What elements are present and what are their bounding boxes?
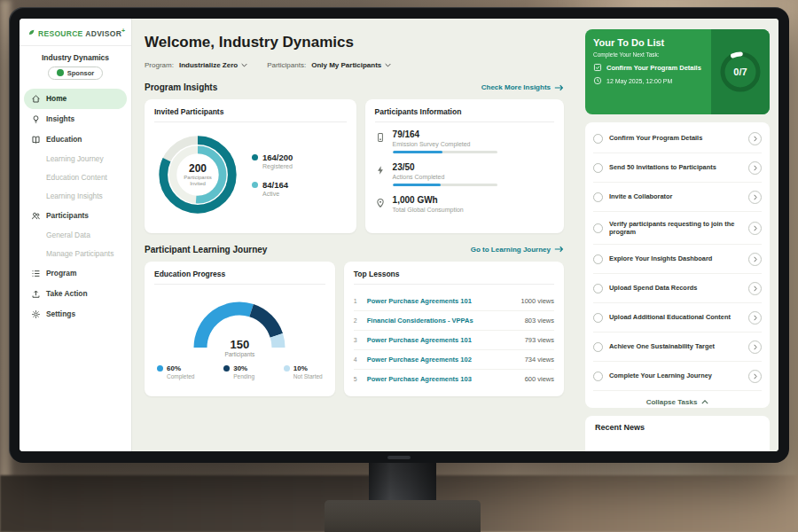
todo-due-date: 12 May 2025, 12:00 PM [593,76,703,85]
task-checkbox[interactable] [593,134,603,144]
task-checkbox[interactable] [593,284,603,293]
legend-value: 84/164 [262,180,288,190]
task-row-confirm-your-program-details[interactable]: Confirm Your Program Details [593,124,762,153]
task-row-send-50-invitations-to-participants[interactable]: Send 50 Invitations to Participants [593,153,762,183]
todo-progress-ring: 0/7 [718,50,763,94]
task-checkbox[interactable] [593,372,603,381]
monitor-frame: RESOURCE ADVISOR+ Industry Dynamics Spon… [9,7,789,463]
task-label: Invite a Collaborator [609,192,742,201]
top-lessons-card: Top Lessons 1 Power Purchase Agreements … [344,262,564,396]
screen: RESOURCE ADVISOR+ Industry Dynamics Spon… [20,19,778,451]
lesson-views: 1000 views [520,297,554,305]
task-chevron-button[interactable] [748,340,762,354]
filter-bar: Program: Industrialize Zero Participants… [145,61,564,69]
sidebar-item-label: Learning Insights [46,192,103,200]
sidebar-item-label: Manage Participants [46,249,113,258]
program-filter-label: Program: [145,61,174,69]
lesson-row[interactable]: 5 Power Purchase Agreements 103 600 view… [354,370,554,388]
donut-center-label: Participants Invited [179,175,216,188]
lesson-row[interactable]: 3 Power Purchase Agreements 101 793 view… [354,331,554,350]
lesson-row[interactable]: 4 Power Purchase Agreements 102 734 view… [354,350,554,370]
task-row-complete-your-learning-journey[interactable]: Complete Your Learning Journey [593,362,762,391]
page-title: Welcome, Industry Dynamics [145,34,564,51]
lesson-title-link[interactable]: Power Purchase Agreements 102 [367,356,519,364]
task-chevron-button[interactable] [748,282,762,295]
task-checkbox[interactable] [593,163,603,173]
task-row-invite-a-collaborator[interactable]: Invite a Collaborator [593,183,762,212]
donut-legend-item: 84/164 Active [252,180,293,197]
donut-legend: 164/200 Registered84/164 Active [252,153,293,197]
take-action-icon [31,289,41,299]
task-checkbox[interactable] [593,342,603,352]
sidebar: RESOURCE ADVISOR+ Industry Dynamics Spon… [20,19,132,451]
home-icon [31,94,41,104]
sidebar-item-settings[interactable]: Settings [24,304,127,325]
todo-next-task[interactable]: Confirm Your Program Details [593,63,703,72]
participants-info-title: Participants Information [375,107,554,122]
task-chevron-button[interactable] [748,311,762,325]
task-chevron-button[interactable] [748,132,762,145]
collapse-tasks-button[interactable]: Collapse Tasks [593,391,762,408]
stat-label: Total Global Consumption [393,207,464,213]
education-gauge-chart: 150 Participants [183,292,296,357]
recent-news-card[interactable]: Recent News [585,416,770,451]
sidebar-item-manage-participants[interactable]: Manage Participants [24,245,127,263]
sidebar-item-label: Home [46,94,66,103]
sidebar-item-label: General Data [46,231,90,239]
lesson-row[interactable]: 2 Financial Considerations - VPPAs 803 v… [354,311,554,331]
sidebar-item-insights[interactable]: Insights [24,109,127,129]
go-to-learning-journey-link[interactable]: Go to Learning Journey [471,246,564,254]
sidebar-item-learning-insights[interactable]: Learning Insights [24,187,127,206]
program-select[interactable]: Industrialize Zero [179,61,247,69]
task-label: Achieve One Sustainability Target [609,342,742,351]
task-checkbox[interactable] [593,254,603,264]
task-row-upload-spend-data-records[interactable]: Upload Spend Data Records [593,274,762,303]
task-checkbox[interactable] [593,192,603,202]
task-checkbox[interactable] [593,223,603,233]
sidebar-item-program[interactable]: Program [24,263,127,284]
check-more-insights-link[interactable]: Check More Insights [481,83,564,91]
sidebar-item-home[interactable]: Home [24,89,127,109]
task-row-verify-participants-requesting-to-join-t[interactable]: Verify participants requesting to join t… [593,212,762,245]
invited-donut-chart: 200 Participants Invited [154,131,241,218]
sidebar-item-take-action[interactable]: Take Action [24,284,127,304]
task-chevron-button[interactable] [748,370,762,383]
legend-label: Completed [167,373,194,379]
lesson-title-link[interactable]: Financial Considerations - VPPAs [367,317,519,325]
lesson-title-link[interactable]: Power Purchase Agreements 101 [367,336,519,344]
legend-dot-icon [252,154,258,160]
task-row-achieve-one-sustainability-target[interactable]: Achieve One Sustainability Target [593,332,762,362]
invited-participants-card: Invited Participants [145,99,356,233]
task-chevron-button[interactable] [748,161,762,175]
donut-center-value: 200 [189,162,207,175]
gauge-legend-item: 10% Not Started [284,364,323,379]
task-row-upload-additional-educational-content[interactable]: Upload Additional Educational Content [593,303,762,332]
lesson-rank: 1 [354,298,361,304]
legend-dot-icon [223,365,230,372]
task-chevron-button[interactable] [748,222,762,235]
sponsor-badge[interactable]: Sponsor [48,66,103,80]
stat-value: 79/164 [393,129,497,139]
lesson-title-link[interactable]: Power Purchase Agreements 101 [367,297,515,305]
sidebar-item-learning-journey[interactable]: Learning Journey [24,150,127,168]
invited-card-title: Invited Participants [154,107,347,122]
sidebar-item-label: Insights [46,114,74,123]
task-row-explore-your-insights-dashboard[interactable]: Explore Your Insights Dashboard [593,245,762,274]
task-checkbox[interactable] [593,313,603,323]
participants-select-value: Only My Participants [311,61,381,69]
task-chevron-button[interactable] [748,253,762,266]
top-lessons-title: Top Lessons [354,270,554,285]
task-chevron-button[interactable] [748,191,762,204]
participants-select[interactable]: Only My Participants [311,61,391,69]
lesson-row[interactable]: 1 Power Purchase Agreements 101 1000 vie… [354,292,554,311]
task-label: Upload Spend Data Records [609,284,742,293]
todo-summary-card: Your To Do List Complete Your Next Task:… [585,29,770,114]
legend-dot-icon [157,365,163,372]
monitor-brand-logo [387,456,411,459]
sidebar-item-participants[interactable]: Participants [24,206,127,226]
lesson-views: 600 views [525,375,554,383]
lesson-title-link[interactable]: Power Purchase Agreements 103 [367,375,519,383]
sidebar-item-general-data[interactable]: General Data [24,226,127,245]
sidebar-item-education-content[interactable]: Education Content [24,168,127,187]
sidebar-item-education[interactable]: Education [24,129,127,150]
